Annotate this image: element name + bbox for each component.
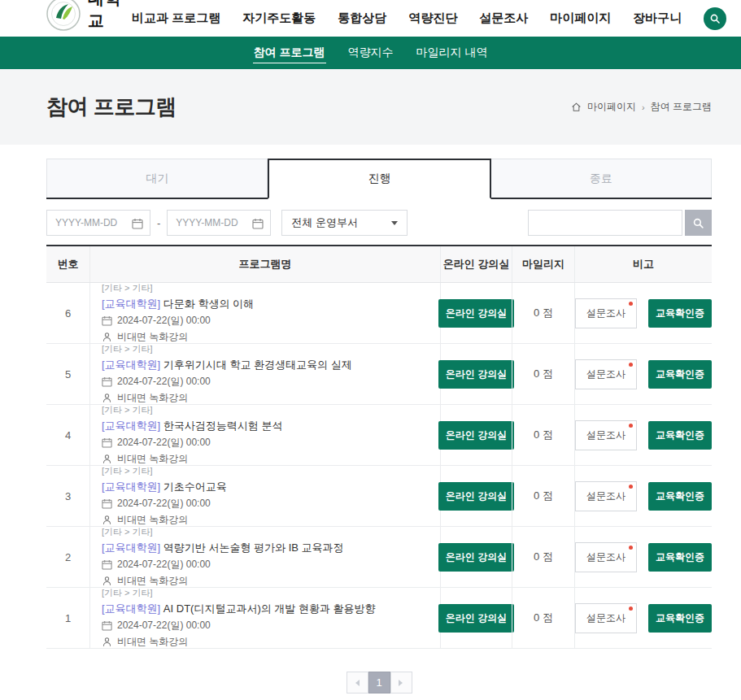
- program-method: 비대면 녹화강의: [117, 330, 188, 344]
- survey-button[interactable]: 설문조사: [575, 359, 637, 389]
- calendar-icon[interactable]: [252, 218, 264, 229]
- certificate-button[interactable]: 교육확인증: [648, 482, 712, 511]
- certificate-button[interactable]: 교육확인증: [648, 604, 712, 633]
- program-title-link[interactable]: 기후위기시대 학교 환경생태교육의 실제: [163, 359, 352, 371]
- survey-button-label: 설문조사: [586, 368, 625, 380]
- subnav-item-mileage-history[interactable]: 마일리지 내역: [416, 43, 489, 63]
- program-dept-link[interactable]: [교육대학원]: [102, 602, 160, 615]
- survey-button[interactable]: 설문조사: [575, 603, 637, 633]
- program-date: 2024-07-22(일) 00:00: [117, 497, 211, 511]
- header-search-button[interactable]: [704, 7, 726, 30]
- survey-button[interactable]: 설문조사: [575, 542, 637, 572]
- classroom-cell: 온라인 강의실: [440, 588, 512, 648]
- certificate-button[interactable]: 교육확인증: [648, 299, 712, 328]
- classroom-cell: 온라인 강의실: [440, 283, 512, 343]
- program-method-line: 비대면 녹화강의: [102, 574, 434, 588]
- survey-button-label: 설문조사: [586, 429, 625, 441]
- calendar-icon: [102, 315, 112, 326]
- program-category: [기타 > 기타]: [102, 465, 434, 477]
- program-title-link[interactable]: 역량기반 서논술형 평가와 IB 교육과정: [163, 541, 344, 554]
- mileage-cell: 0 점: [512, 405, 574, 465]
- online-classroom-button[interactable]: 온라인 강의실: [438, 421, 514, 450]
- date-to-field: [167, 210, 271, 236]
- search-button[interactable]: [685, 210, 712, 236]
- status-tabs: 대기 진행 종료: [46, 159, 712, 199]
- mileage-cell: 0 점: [512, 588, 574, 648]
- prev-page-button[interactable]: [347, 672, 368, 693]
- main-content: 대기 진행 종료 - 전체 운영부서: [0, 145, 741, 693]
- next-icon: [399, 680, 406, 686]
- program-dept-link[interactable]: [교육대학원]: [102, 541, 160, 554]
- program-title-link[interactable]: 기초수어교육: [163, 480, 227, 493]
- program-title-link[interactable]: 다문화 학생의 이해: [163, 298, 254, 310]
- program-dept-link[interactable]: [교육대학원]: [102, 480, 160, 493]
- survey-button[interactable]: 설문조사: [575, 298, 637, 328]
- survey-button[interactable]: 설문조사: [575, 481, 637, 511]
- nav-item-competency-test[interactable]: 역량진단: [408, 11, 457, 26]
- date-range-separator: -: [157, 217, 160, 229]
- current-page-button[interactable]: 1: [368, 672, 390, 693]
- program-cell: [기타 > 기타] [교육대학원] 기초수어교육 2024-07-22(일) 0…: [89, 466, 440, 526]
- online-classroom-button[interactable]: 온라인 강의실: [438, 482, 514, 511]
- department-select[interactable]: 전체 운영부서: [281, 210, 408, 236]
- person-icon: [102, 332, 112, 342]
- calendar-icon: [102, 620, 112, 631]
- tab-in-progress[interactable]: 진행: [268, 159, 490, 199]
- breadcrumb-mypage[interactable]: 마이페이지: [587, 100, 636, 114]
- person-icon: [102, 515, 112, 525]
- university-logo[interactable]: 대구대학교 DAEGU UNIVERSITY: [46, 0, 132, 37]
- row-number: 5: [46, 344, 89, 404]
- subnav-item-participation[interactable]: 참여 프로그램: [253, 43, 326, 63]
- program-dept-link[interactable]: [교육대학원]: [102, 359, 160, 371]
- online-classroom-button[interactable]: 온라인 강의실: [438, 360, 514, 389]
- certificate-button[interactable]: 교육확인증: [648, 360, 712, 389]
- row-number: 3: [46, 466, 89, 526]
- tab-waiting[interactable]: 대기: [46, 159, 268, 198]
- table-row: 5 [기타 > 기타] [교육대학원] 기후위기시대 학교 환경생태교육의 실제…: [46, 344, 712, 405]
- calendar-icon[interactable]: [132, 218, 143, 229]
- certificate-button[interactable]: 교육확인증: [648, 543, 712, 572]
- program-category: [기타 > 기타]: [102, 343, 434, 355]
- program-title-link[interactable]: AI DT(디지털교과서)의 개발 현황과 활용방향: [163, 602, 376, 615]
- nav-item-self-directed[interactable]: 자기주도활동: [242, 11, 316, 26]
- top-header: 대구대학교 DAEGU UNIVERSITY 비교과 프로그램 자기주도활동 통…: [0, 0, 741, 37]
- remarks-cell: 설문조사 교육확인증: [574, 527, 712, 587]
- nav-item-counseling[interactable]: 통합상담: [338, 11, 386, 26]
- program-title-line: [교육대학원] 기초수어교육: [102, 480, 434, 494]
- calendar-icon: [102, 437, 112, 448]
- program-date-line: 2024-07-22(일) 00:00: [102, 497, 434, 511]
- program-date: 2024-07-22(일) 00:00: [117, 436, 211, 450]
- program-date-line: 2024-07-22(일) 00:00: [102, 619, 434, 633]
- program-title-line: [교육대학원] 역량기반 서논술형 평가와 IB 교육과정: [102, 541, 434, 555]
- certificate-button[interactable]: 교육확인증: [648, 421, 712, 450]
- header-remarks: 비고: [574, 246, 712, 282]
- subnav-item-competency-index[interactable]: 역량지수: [347, 43, 394, 63]
- search-icon: [692, 217, 704, 229]
- next-page-button[interactable]: [390, 672, 412, 693]
- online-classroom-button[interactable]: 온라인 강의실: [438, 299, 514, 328]
- program-title-link[interactable]: 한국사검정능력시험 분석: [163, 420, 283, 432]
- classroom-cell: 온라인 강의실: [440, 405, 512, 465]
- program-dept-link[interactable]: [교육대학원]: [102, 298, 160, 310]
- row-number: 1: [46, 588, 89, 648]
- nav-item-cart[interactable]: 장바구니: [633, 11, 682, 26]
- nav-item-survey[interactable]: 설문조사: [479, 11, 528, 26]
- online-classroom-button[interactable]: 온라인 강의실: [438, 604, 514, 633]
- online-classroom-button[interactable]: 온라인 강의실: [438, 543, 514, 572]
- survey-button[interactable]: 설문조사: [575, 420, 637, 450]
- chevron-down-icon: [391, 221, 398, 228]
- nav-item-mypage[interactable]: 마이페이지: [550, 11, 611, 26]
- department-select-value: 전체 운영부서: [291, 215, 358, 230]
- mileage-cell: 0 점: [512, 344, 574, 404]
- nav-item-programs[interactable]: 비교과 프로그램: [132, 11, 220, 26]
- tab-ended[interactable]: 종료: [491, 159, 712, 198]
- calendar-icon: [102, 559, 112, 570]
- search-input[interactable]: [528, 210, 682, 236]
- program-dept-link[interactable]: [교육대학원]: [102, 420, 160, 432]
- program-date-line: 2024-07-22(일) 00:00: [102, 558, 434, 572]
- university-seal-icon: [46, 0, 81, 31]
- program-table: 번호 프로그램명 온라인 강의실 마일리지 비고 6 [기타 > 기타] [교육…: [46, 245, 712, 649]
- notification-dot: [629, 546, 633, 550]
- row-number: 6: [46, 283, 89, 343]
- program-date-line: 2024-07-22(일) 00:00: [102, 314, 434, 328]
